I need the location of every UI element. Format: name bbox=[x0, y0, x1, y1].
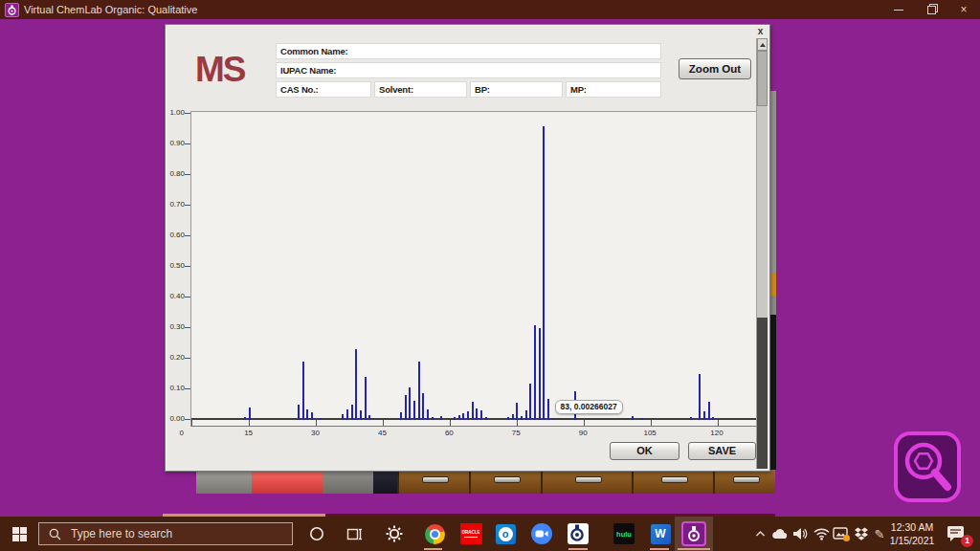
word-button[interactable]: W bbox=[647, 517, 674, 551]
cas-no-field[interactable]: CAS No.: bbox=[276, 81, 371, 98]
volume-tray-button[interactable] bbox=[791, 517, 810, 551]
drawer bbox=[632, 470, 713, 494]
speaker-icon bbox=[792, 527, 808, 540]
screen-capture-icon bbox=[833, 526, 851, 542]
window-title: Virtual ChemLab Organic: Qualitative bbox=[24, 4, 197, 15]
spectrum-peak-bar bbox=[440, 416, 442, 420]
dropbox-tray-button[interactable] bbox=[852, 517, 871, 551]
x-tick-label: 75 bbox=[506, 429, 525, 437]
x-tick-label: 60 bbox=[439, 429, 458, 437]
scrollbar-shaded-region bbox=[757, 318, 768, 469]
x-tick-mark bbox=[383, 420, 384, 426]
y-tick-mark bbox=[185, 327, 190, 328]
spectrum-peak-bar bbox=[409, 387, 411, 420]
oracle-button[interactable]: ORACLE bbox=[457, 517, 484, 551]
task-view-button[interactable] bbox=[341, 517, 368, 551]
spectrum-peak-bar bbox=[690, 417, 692, 420]
tray-expand-button[interactable] bbox=[752, 517, 768, 551]
chrome-button[interactable] bbox=[421, 517, 448, 551]
spectrum-peak-bar bbox=[311, 412, 313, 420]
x-tick-label: 45 bbox=[372, 429, 391, 437]
spectrum-peak-bar bbox=[302, 362, 304, 420]
dialog-close-button[interactable]: x bbox=[754, 26, 767, 37]
y-tick-mark bbox=[185, 113, 190, 114]
notification-center-button[interactable]: 1 bbox=[946, 524, 970, 545]
settings-button[interactable] bbox=[381, 517, 408, 551]
spectrum-peak-bar bbox=[355, 349, 357, 420]
zoom-app-icon bbox=[531, 523, 552, 544]
spectrum-peak-bar bbox=[320, 418, 322, 420]
virtual-chemlab-button[interactable] bbox=[675, 517, 713, 551]
x-tick-label: 105 bbox=[640, 429, 659, 437]
outlook-button[interactable]: o bbox=[492, 517, 519, 551]
spectrum-peak-bar bbox=[534, 325, 536, 420]
search-input[interactable] bbox=[69, 526, 264, 541]
y-tick-label: 0.20 bbox=[166, 353, 185, 362]
scrollbar-up-arrow-icon[interactable] bbox=[757, 38, 768, 51]
spectrum-plot[interactable]: 83, 0.00266027 bbox=[190, 111, 759, 427]
spectrum-peak-bar bbox=[547, 399, 549, 420]
cortana-button[interactable] bbox=[304, 517, 329, 551]
clock-date: 1/15/2021 bbox=[882, 534, 942, 547]
x-tick-mark bbox=[651, 420, 652, 426]
active-app-indicator bbox=[678, 548, 710, 550]
dialog-scrollbar[interactable] bbox=[756, 38, 768, 469]
zoom-out-button[interactable]: Zoom Out bbox=[679, 58, 751, 79]
taskbar: ORACLE o hulu W bbox=[0, 517, 980, 551]
spectrum-peak-bar bbox=[543, 126, 545, 420]
y-tick-mark bbox=[185, 143, 190, 144]
drawer bbox=[397, 470, 469, 494]
windows-logo-icon bbox=[12, 527, 27, 541]
ok-button[interactable]: OK bbox=[610, 442, 679, 460]
task-view-icon bbox=[346, 526, 363, 542]
spectrum-peak-bar bbox=[427, 409, 429, 420]
cloud-icon bbox=[771, 528, 788, 540]
start-button[interactable] bbox=[0, 517, 38, 551]
wifi-tray-button[interactable] bbox=[812, 517, 831, 551]
spectrum-peak-bar bbox=[368, 415, 370, 420]
spectrum-peak-bar bbox=[699, 374, 701, 420]
hulu-icon: hulu bbox=[613, 523, 635, 544]
x-tick-label: 15 bbox=[239, 429, 258, 437]
spectrum-peak-bar bbox=[485, 417, 487, 420]
x-tick-mark bbox=[191, 420, 192, 426]
scrollbar-thumb[interactable] bbox=[757, 51, 768, 106]
minimize-icon bbox=[894, 10, 903, 11]
snip-tray-button[interactable] bbox=[831, 517, 852, 551]
hulu-button[interactable]: hulu bbox=[611, 517, 637, 551]
bp-field[interactable]: BP: bbox=[470, 81, 563, 98]
x-tick-mark bbox=[584, 420, 585, 426]
spectrum-peak-bar bbox=[512, 414, 514, 420]
y-tick-mark bbox=[185, 297, 190, 298]
taskbar-clock[interactable]: 12:30 AM 1/15/2021 bbox=[882, 520, 942, 547]
chemlab-window-button[interactable] bbox=[565, 517, 591, 551]
spectrum-peak-bar bbox=[365, 377, 367, 420]
solvent-field[interactable]: Solvent: bbox=[374, 81, 467, 98]
y-tick-label: 0.50 bbox=[166, 261, 185, 270]
molecule-magnifier-overlay[interactable] bbox=[888, 429, 967, 507]
x-tick-mark bbox=[249, 420, 250, 426]
y-tick-label: 0.80 bbox=[166, 169, 185, 178]
taskbar-search[interactable] bbox=[38, 522, 293, 545]
y-tick-label: 0.30 bbox=[166, 322, 185, 331]
oracle-icon: ORACLE bbox=[460, 523, 482, 544]
minimize-button[interactable] bbox=[882, 0, 915, 19]
x-tick-mark bbox=[450, 420, 451, 426]
spectrum-peak-bar bbox=[467, 411, 469, 420]
close-button[interactable]: × bbox=[947, 0, 980, 19]
ms-dialog: x MS Common Name: IUPAC Name: CAS No.: S… bbox=[165, 24, 770, 472]
x-tick-label: 120 bbox=[707, 429, 726, 437]
save-button[interactable]: SAVE bbox=[688, 442, 756, 460]
wifi-icon bbox=[813, 528, 830, 540]
restore-button[interactable] bbox=[915, 0, 947, 19]
x-tick-label: 0 bbox=[172, 429, 191, 437]
spectrum-peak-bar bbox=[244, 417, 246, 420]
zoom-app-button[interactable] bbox=[528, 517, 555, 551]
mp-field[interactable]: MP: bbox=[566, 81, 661, 98]
spectrum-peak-bar bbox=[306, 409, 308, 420]
onedrive-tray-button[interactable] bbox=[769, 517, 789, 551]
spectrum-peak-bar bbox=[454, 417, 456, 420]
common-name-field[interactable]: Common Name: bbox=[276, 43, 661, 59]
iupac-name-field[interactable]: IUPAC Name: bbox=[276, 62, 661, 78]
close-icon: × bbox=[960, 3, 967, 16]
